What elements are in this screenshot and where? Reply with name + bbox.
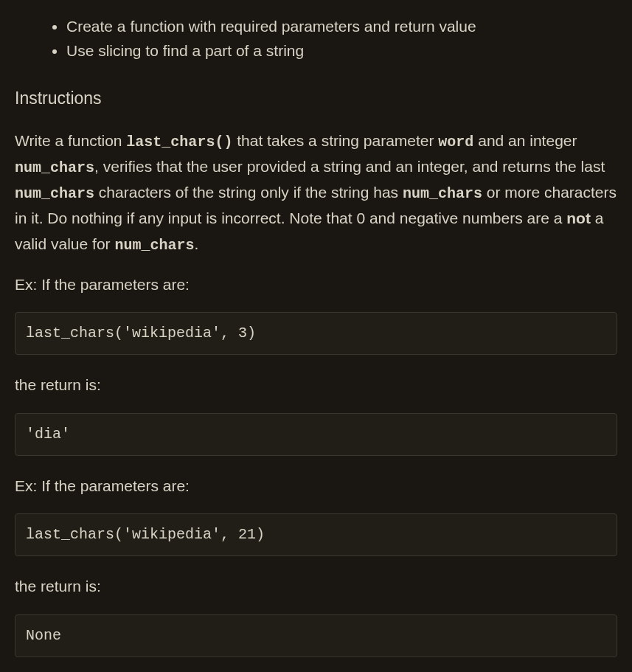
- objective-item: Create a function with required paramete…: [66, 15, 617, 39]
- objectives-list: Create a function with required paramete…: [15, 15, 617, 63]
- text-fragment: Write a function: [15, 132, 126, 149]
- inline-code: word: [438, 134, 473, 150]
- inline-code: last_chars(): [126, 134, 232, 150]
- text-fragment: and an integer: [473, 132, 577, 149]
- return-label: the return is:: [15, 574, 617, 600]
- instructions-heading: Instructions: [15, 85, 617, 112]
- bold-text: not: [566, 209, 591, 226]
- objective-item: Use slicing to find a part of a string: [66, 39, 617, 63]
- text-fragment: , verifies that the user provided a stri…: [94, 158, 605, 175]
- code-block: last_chars('wikipedia', 3): [15, 312, 617, 355]
- code-block: 'dia': [15, 413, 617, 456]
- code-block: last_chars('wikipedia', 21): [15, 513, 617, 556]
- inline-code: num_chars: [114, 237, 194, 254]
- instructions-paragraph: Write a function last_chars() that takes…: [15, 128, 617, 257]
- text-fragment: characters of the string only if the str…: [94, 184, 403, 201]
- inline-code: num_chars: [403, 185, 482, 202]
- code-block: None: [15, 614, 617, 657]
- return-label: the return is:: [15, 373, 617, 398]
- text-fragment: .: [194, 235, 198, 252]
- inline-code: num_chars: [15, 159, 94, 176]
- inline-code: num_chars: [15, 185, 94, 202]
- example-intro: Ex: If the parameters are:: [15, 474, 617, 499]
- example-intro: Ex: If the parameters are:: [15, 272, 617, 298]
- text-fragment: that takes a string parameter: [232, 132, 438, 149]
